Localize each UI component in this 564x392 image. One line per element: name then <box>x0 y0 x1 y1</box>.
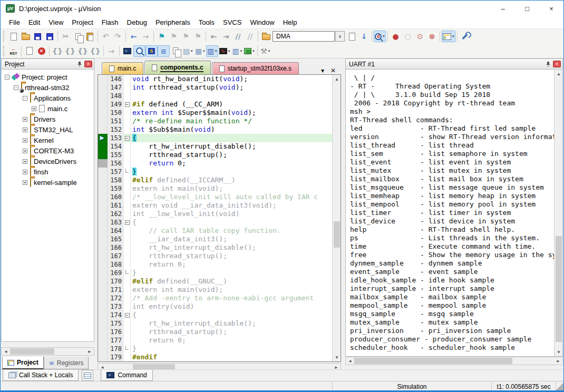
tree-expander-icon[interactable]: + <box>23 170 27 174</box>
code-line[interactable]: 177 return 0; <box>108 336 332 345</box>
find-in-files-doc-icon[interactable] <box>346 31 358 42</box>
symbol-window-icon[interactable]: S <box>145 45 158 57</box>
code-line[interactable]: 168 return 0; <box>108 260 332 269</box>
code-line[interactable]: 173int entry(void) <box>108 302 332 311</box>
tree-item-main-c[interactable]: +main.c <box>2 103 94 114</box>
window-layout-icon[interactable]: ▾ <box>442 31 455 42</box>
disable-breakpoint-icon[interactable]: ○ <box>402 31 414 42</box>
panel-tab-registers[interactable]: ≡Registers <box>44 357 89 369</box>
editor-gutter[interactable] <box>98 75 108 361</box>
menu-item-help[interactable]: Help <box>279 17 302 28</box>
search-combo-input[interactable]: DMA <box>273 31 335 42</box>
scroll-right-icon[interactable]: ► <box>85 348 94 355</box>
code-line[interactable]: 170#elif defined(__GNUC__) <box>108 277 332 286</box>
uart-terminal[interactable]: \ | /- RT - Thread Operating System / | … <box>345 70 563 357</box>
code-line[interactable]: 148 <box>108 92 332 100</box>
registers-window-icon[interactable]: ≡ <box>158 45 170 57</box>
tree-item-devicedrivers[interactable]: +DeviceDrivers <box>2 156 94 166</box>
cut-icon[interactable]: ✂ <box>60 31 72 42</box>
scroll-left-icon[interactable]: ◄ <box>2 348 10 355</box>
unindent-icon[interactable]: ⇤ <box>208 31 220 42</box>
dropdown-arrow-icon[interactable]: ▾ <box>252 49 255 53</box>
find-in-files-icon[interactable] <box>260 31 272 42</box>
tree-item-stm32-hal[interactable]: +STM32_HAL <box>2 124 94 135</box>
dropdown-arrow-icon[interactable]: ▾ <box>191 49 193 53</box>
tree-item-project-project[interactable]: -Project: project <box>2 72 94 82</box>
menu-item-svcs[interactable]: SVCS <box>219 17 246 28</box>
tree-expander-icon[interactable]: + <box>32 106 36 111</box>
code-line[interactable]: 150extern int $Super$$main(void); <box>108 109 332 117</box>
tab-list-dropdown-icon[interactable]: ▾ <box>321 67 324 74</box>
dropdown-arrow-icon[interactable]: ▾ <box>228 49 230 53</box>
scroll-down-icon[interactable]: ▼ <box>333 354 341 361</box>
menu-item-view[interactable]: View <box>44 17 67 28</box>
step-into-icon[interactable]: {} <box>51 45 64 57</box>
close-button[interactable]: × <box>539 1 563 16</box>
code-line[interactable]: 152int $Sub$$main(void) <box>108 125 332 134</box>
code-line[interactable]: 165 __iar_data_init3(); <box>108 235 332 243</box>
scroll-thumb[interactable] <box>10 348 54 355</box>
navigate-back-icon[interactable]: ← <box>128 31 140 42</box>
comment-icon[interactable]: // <box>232 31 244 42</box>
maximize-button[interactable]: □ <box>515 1 539 16</box>
memory-window-icon[interactable]: ▦▾ <box>194 45 206 57</box>
code-line[interactable]: 153−{ <box>108 134 332 142</box>
tab-close-icon[interactable]: ✕ <box>330 67 336 74</box>
code-line[interactable]: 151/* re-define main function */ <box>108 117 332 125</box>
code-line[interactable]: 157} <box>108 168 332 176</box>
menu-item-file[interactable]: File <box>5 17 24 28</box>
tree-item-kernel[interactable]: +Kernel <box>2 135 94 145</box>
scroll-left-icon[interactable]: ◄ <box>346 357 354 365</box>
serial-window-icon[interactable]: ▥▾ <box>206 45 218 57</box>
tree-expander-icon[interactable]: + <box>23 180 27 185</box>
code-line[interactable]: 158#elif defined(__ICCARM__) <box>108 176 332 184</box>
dropdown-arrow-icon[interactable]: ▾ <box>383 34 385 38</box>
watch-window-icon[interactable]: ▤▾ <box>182 45 194 57</box>
code-line[interactable]: 146void rt_hw_board_init(void); <box>108 75 332 83</box>
redo-icon[interactable]: ↷ <box>112 31 124 42</box>
scroll-down-icon[interactable]: ▼ <box>555 348 563 356</box>
run-to-cursor-icon[interactable]: {} <box>89 45 102 57</box>
code-line[interactable]: 149−#if defined (__CC_ARM) <box>108 100 332 109</box>
dropdown-arrow-icon[interactable]: ▾ <box>268 49 270 53</box>
tree-expander-icon[interactable]: - <box>14 85 18 90</box>
dropdown-arrow-icon[interactable]: ▾ <box>215 49 217 53</box>
navigate-forward-icon[interactable]: → <box>140 31 152 42</box>
save-icon[interactable] <box>32 31 44 42</box>
run-icon[interactable]: → <box>105 45 118 57</box>
clear-bookmarks-icon[interactable]: ⚑ <box>192 31 204 42</box>
menu-item-edit[interactable]: Edit <box>24 17 44 28</box>
code-line[interactable]: 164 // call IAR table copy function. <box>108 227 332 235</box>
tree-expander-icon[interactable]: + <box>23 128 27 132</box>
call-stack-window-icon[interactable] <box>170 45 182 57</box>
step-over-icon[interactable]: {} <box>64 45 76 57</box>
pin-icon[interactable] <box>77 61 82 67</box>
scroll-thumb[interactable] <box>334 221 340 248</box>
tree-item-finsh[interactable]: +finsh <box>2 166 94 177</box>
menu-item-project[interactable]: Project <box>67 17 97 28</box>
tree-item-applications[interactable]: -Applications <box>2 93 94 103</box>
command-tab[interactable]: > Command <box>101 370 152 381</box>
scroll-thumb[interactable] <box>354 358 512 364</box>
dropdown-arrow-icon[interactable]: ▾ <box>452 34 454 38</box>
stop-debug-icon[interactable]: × <box>35 45 47 57</box>
undo-icon[interactable]: ↶ <box>100 31 112 42</box>
code-line[interactable]: 156 return 0; <box>108 159 332 168</box>
new-file-icon[interactable] <box>7 31 20 42</box>
code-line[interactable]: 167 rtthread_startup(); <box>108 252 332 260</box>
open-file-icon[interactable] <box>20 31 32 42</box>
code-line[interactable]: 175 rt_hw_interrupt_disable(); <box>108 319 332 328</box>
project-tree-hscrollbar[interactable]: ◄ ► <box>1 347 94 356</box>
panel-tab-project[interactable]: Project <box>2 357 44 369</box>
code-line[interactable]: 159extern int main(void); <box>108 184 332 193</box>
fold-collapse-icon[interactable]: − <box>125 220 130 225</box>
tree-expander-icon[interactable]: + <box>23 138 27 143</box>
toggle-breakpoint-icon[interactable]: ● <box>390 31 402 42</box>
dropdown-arrow-icon[interactable]: ▾ <box>240 49 242 53</box>
tree-item-drivers[interactable]: +Drivers <box>2 114 94 124</box>
system-viewer-icon[interactable]: ▥▾ <box>231 45 243 57</box>
kill-all-breakpoints-icon[interactable]: ⊗ <box>426 31 438 42</box>
minimize-button[interactable]: – <box>491 1 515 16</box>
debug-tools-icon[interactable]: ⚒▾ <box>259 45 271 57</box>
paste-icon[interactable] <box>84 31 96 42</box>
